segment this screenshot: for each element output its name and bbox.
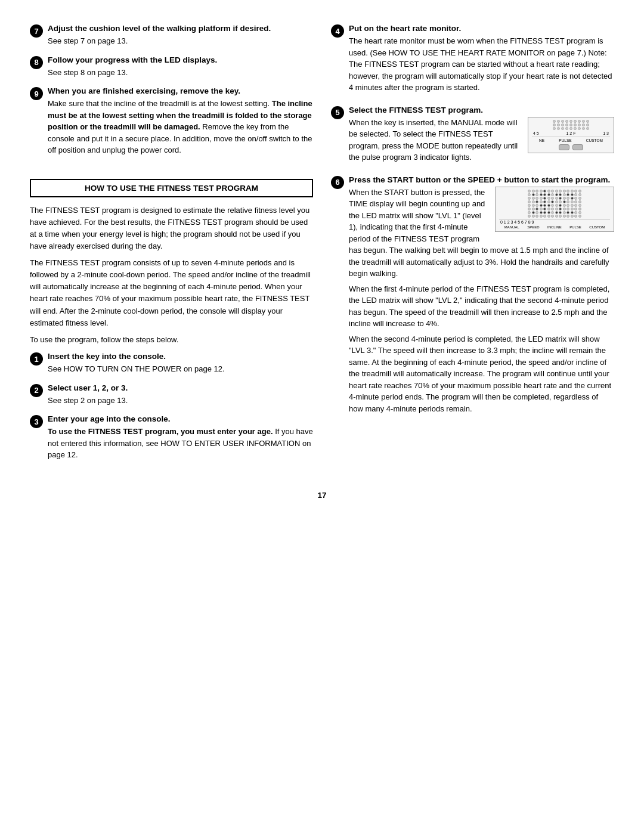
page-number: 17 bbox=[30, 491, 614, 500]
step-9-num: 9 bbox=[30, 87, 43, 100]
right-step-4-body: The heart rate monitor must be worn when… bbox=[349, 35, 614, 94]
dot bbox=[582, 120, 585, 123]
dot bbox=[582, 127, 585, 130]
led-row bbox=[499, 193, 610, 196]
right-step-4-block: 4 Put on the heart rate monitor. The hea… bbox=[331, 24, 614, 97]
left-column: 7 Adjust the cushion level of the walkin… bbox=[30, 24, 313, 473]
step-7-sub: See step 7 on page 13. bbox=[48, 35, 313, 47]
fitness-para-3: To use the program, follow the steps bel… bbox=[30, 334, 313, 346]
led-row bbox=[499, 208, 610, 210]
led-matrix bbox=[499, 190, 610, 218]
dot-grid-step5 bbox=[532, 120, 610, 130]
dot bbox=[578, 123, 581, 126]
right-step-5-block: 5 Select the FITNESS TEST program. bbox=[331, 106, 614, 167]
right-step-5-num: 5 bbox=[331, 106, 344, 119]
dot bbox=[553, 123, 556, 126]
fitness-step-2-title: Select user 1, 2, or 3. bbox=[48, 383, 313, 392]
console-large-label-row: MANUAL SPEED INCLINE PULSE CUSTOM bbox=[499, 225, 610, 229]
dot bbox=[565, 127, 568, 130]
dot bbox=[561, 127, 564, 130]
console-btn-1 bbox=[559, 144, 569, 150]
right-step-6-body-wrap: 0 1 2 3 4 5 6 7 8 9 MANUAL SPEED INCLINE… bbox=[349, 187, 614, 283]
step-8-block: 8 Follow your progress with the LED disp… bbox=[30, 55, 313, 79]
fitness-step-3-num: 3 bbox=[30, 415, 43, 428]
console-num-2: 1 3 bbox=[603, 131, 609, 135]
dot-row-2 bbox=[532, 123, 610, 126]
right-step-4-content: Put on the heart rate monitor. The heart… bbox=[349, 24, 614, 97]
step-9-title: When you are finished exercising, remove… bbox=[48, 86, 313, 95]
dot bbox=[557, 123, 560, 126]
fitness-step-2-sub: See step 2 on page 13. bbox=[48, 395, 313, 407]
dot bbox=[557, 120, 560, 123]
right-step-6-title: Press the START button or the SPEED + bu… bbox=[349, 175, 614, 184]
dot bbox=[586, 123, 589, 126]
dot bbox=[561, 123, 564, 126]
fitness-para-1: The FITNESS TEST program is designed to … bbox=[30, 205, 313, 253]
dot bbox=[586, 127, 589, 130]
dot bbox=[578, 120, 581, 123]
page-layout: 7 Adjust the cushion level of the walkin… bbox=[30, 24, 614, 473]
console-display-step5: 4 5 1 2 F 1 3 NE PULSE CUSTOM bbox=[528, 117, 614, 153]
fitness-step-2-block: 2 Select user 1, 2, or 3. See step 2 on … bbox=[30, 383, 313, 407]
right-step-5-title: Select the FITNESS TEST program. bbox=[349, 106, 614, 114]
dot bbox=[578, 127, 581, 130]
step-8-title: Follow your progress with the LED displa… bbox=[48, 55, 313, 64]
fitness-step-1-num: 1 bbox=[30, 352, 43, 366]
step-9-content: When you are finished exercising, remove… bbox=[48, 86, 313, 160]
dot bbox=[557, 127, 560, 130]
right-step-6-content: Press the START button or the SPEED + bu… bbox=[349, 175, 614, 419]
dot bbox=[586, 120, 589, 123]
console-large-num-0: 0 1 2 3 4 5 6 7 8 9 bbox=[500, 220, 534, 224]
right-step-5-body-wrap: 4 5 1 2 F 1 3 NE PULSE CUSTOM bbox=[349, 117, 614, 167]
fitness-step-1-content: Insert the key into the console. See HOW… bbox=[48, 352, 313, 375]
fitness-step-3-block: 3 Enter your age into the console. To us… bbox=[30, 414, 313, 465]
step-7-block: 7 Adjust the cushion level of the walkin… bbox=[30, 24, 313, 47]
fitness-step-3-content: Enter your age into the console. To use … bbox=[48, 414, 313, 465]
fitness-section-header: HOW TO USE THE FITNESS TEST PROGRAM bbox=[30, 179, 313, 197]
right-step-6-block: 6 Press the START button or the SPEED + … bbox=[331, 175, 614, 419]
console-label-manual: MANUAL bbox=[504, 225, 519, 229]
console-label-pulse2: PULSE bbox=[569, 225, 581, 229]
step-8-num: 8 bbox=[30, 56, 43, 69]
console-num-4: 4 5 bbox=[533, 131, 539, 135]
dot bbox=[569, 120, 572, 123]
fitness-step-3-body: To use the FITNESS TEST program, you mus… bbox=[48, 426, 313, 461]
console-label-row: NE PULSE CUSTOM bbox=[532, 137, 610, 143]
console-num-1: 1 2 F bbox=[566, 131, 576, 135]
fitness-para-2: The FITNESS TEST program consists of up … bbox=[30, 257, 313, 329]
led-row bbox=[499, 197, 610, 200]
dot-row-1 bbox=[532, 120, 610, 123]
console-buttons bbox=[532, 144, 610, 150]
console-large-num-row: 0 1 2 3 4 5 6 7 8 9 bbox=[499, 219, 610, 224]
dot bbox=[553, 120, 556, 123]
step-7-num: 7 bbox=[30, 24, 43, 38]
fitness-intro-body: The FITNESS TEST program is designed to … bbox=[30, 205, 313, 346]
console-label-ne: NE bbox=[539, 138, 544, 143]
led-row bbox=[499, 215, 610, 218]
console-display-step6: 0 1 2 3 4 5 6 7 8 9 MANUAL SPEED INCLINE… bbox=[495, 187, 614, 232]
dot bbox=[553, 127, 556, 130]
step-8-content: Follow your progress with the LED displa… bbox=[48, 55, 313, 79]
step-7-content: Adjust the cushion level of the walking … bbox=[48, 24, 313, 47]
step-9-block: 9 When you are finished exercising, remo… bbox=[30, 86, 313, 160]
dot bbox=[574, 127, 577, 130]
fitness-step-2-num: 2 bbox=[30, 384, 43, 397]
dot bbox=[569, 123, 572, 126]
dot bbox=[565, 123, 568, 126]
fitness-step-1-title: Insert the key into the console. bbox=[48, 352, 313, 361]
fitness-step-1-block: 1 Insert the key into the console. See H… bbox=[30, 352, 313, 375]
console-label-incline: INCLINE bbox=[547, 225, 562, 229]
dot-row-3 bbox=[532, 127, 610, 130]
right-step-4-num: 4 bbox=[331, 24, 344, 38]
console-label-custom2: CUSTOM bbox=[589, 225, 605, 229]
fitness-step-2-content: Select user 1, 2, or 3. See step 2 on pa… bbox=[48, 383, 313, 407]
console-btn-2 bbox=[572, 144, 583, 150]
right-step-6-body3: When the second 4-minute period is compl… bbox=[349, 333, 614, 415]
step-7-title: Adjust the cushion level of the walking … bbox=[48, 24, 313, 33]
right-step-6-body2: When the first 4-minute period of the FI… bbox=[349, 283, 614, 330]
right-step-5-content: Select the FITNESS TEST program. bbox=[349, 106, 614, 167]
dot bbox=[565, 120, 568, 123]
dot bbox=[561, 120, 564, 123]
dot bbox=[574, 120, 577, 123]
led-row bbox=[499, 211, 610, 214]
